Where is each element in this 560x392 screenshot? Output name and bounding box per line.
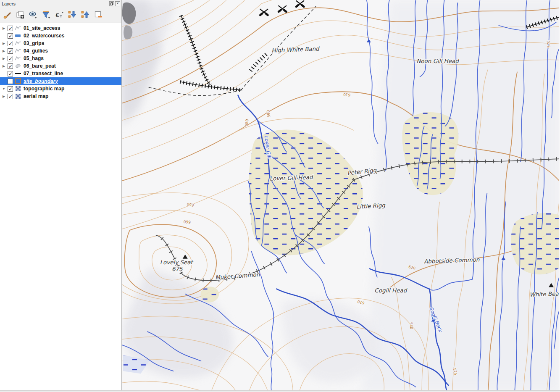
expander-icon[interactable]: ▼	[1, 87, 7, 91]
layer-label[interactable]: site_boundary	[24, 78, 60, 84]
expression-button[interactable]: ε	[54, 9, 65, 20]
place-name-label: Lovely Seat	[160, 259, 194, 266]
float-panel-button[interactable]	[109, 1, 114, 6]
contour-elevation-label: 570	[546, 40, 551, 48]
layer-visibility-checkbox[interactable]	[8, 86, 13, 92]
place-name-label: 675	[172, 266, 183, 272]
layer-visibility-checkbox[interactable]	[8, 48, 13, 54]
map-canvas[interactable]: 590580610650660570610620540575Lover Gill…	[122, 0, 560, 392]
polygon-symbol-icon	[15, 63, 21, 69]
layer-label[interactable]: 03_grips	[24, 40, 47, 46]
layer-item-03-grips[interactable]: ▶ 03_grips	[0, 39, 121, 47]
layer-visibility-checkbox[interactable]	[8, 71, 13, 76]
collapse-button[interactable]	[80, 9, 91, 20]
remove-icon	[94, 10, 103, 19]
filter-icon	[42, 10, 51, 19]
place-name-label: High White Band	[271, 45, 320, 54]
layer-visibility-checkbox[interactable]	[8, 79, 13, 84]
expander-icon[interactable]: ▶	[1, 42, 7, 45]
remove-button[interactable]	[93, 9, 104, 20]
add-group-icon	[16, 10, 25, 19]
layer-visibility-checkbox[interactable]	[8, 26, 13, 31]
layer-visibility-checkbox[interactable]	[8, 33, 13, 39]
boundary-symbol-icon	[15, 78, 21, 84]
styling-button[interactable]	[2, 9, 13, 20]
trig-point-icon	[183, 255, 188, 259]
place-name-label: Cogill Head	[374, 287, 407, 294]
layer-label[interactable]: 01_site_access	[24, 25, 63, 31]
styling-icon	[3, 10, 12, 19]
flow-arrow-icon	[367, 39, 371, 42]
layer-item-site-boundary[interactable]: site_boundary	[0, 77, 121, 85]
expander-icon[interactable]: ▶	[1, 49, 7, 53]
layer-label[interactable]: aerial map	[24, 93, 51, 99]
layer-item-01-site-access[interactable]: ▶ 01_site_access	[0, 24, 121, 32]
window-bottom-edge	[0, 390, 560, 392]
mine-icon	[279, 6, 286, 12]
transect-symbol-icon	[15, 70, 21, 77]
topographic-map[interactable]: 590580610650660570610620540575Lover Gill…	[122, 0, 559, 392]
close-panel-button[interactable]: ×	[115, 1, 120, 6]
place-name-label: Noon Gill Head	[416, 58, 459, 64]
line-symbol-icon	[15, 47, 21, 54]
layers-panel-toolbar: ε	[0, 7, 121, 23]
place-name-label: White Beaco	[529, 290, 559, 298]
mine-icon	[260, 9, 268, 15]
layers-panel: Layers × ε ▶ 01_site_access 02_watercour…	[0, 0, 122, 392]
line-symbol-icon	[15, 40, 21, 47]
contour-elevation-label: 650	[187, 202, 195, 207]
expand-button[interactable]	[67, 9, 78, 20]
layer-visibility-checkbox[interactable]	[8, 41, 13, 46]
layer-item-07-transect-line[interactable]: 07_transect_line	[0, 70, 121, 77]
raster-symbol-icon	[15, 85, 21, 92]
line-symbol-icon	[15, 55, 21, 62]
layer-item-topographic-map[interactable]: ▼ topographic map	[0, 85, 121, 92]
layers-panel-titlebar[interactable]: Layers ×	[0, 0, 121, 7]
layer-label[interactable]: 05_hags	[24, 55, 46, 61]
layer-label[interactable]: topographic map	[24, 86, 67, 92]
collapse-icon	[81, 10, 90, 19]
contour-elevation-label: 540	[409, 322, 413, 329]
raster-symbol-icon	[15, 93, 21, 100]
contour-elevation-label: 610	[343, 92, 350, 97]
contour-elevation-label: 580	[245, 119, 249, 126]
contour-elevation-label: 590	[266, 110, 271, 118]
layer-visibility-checkbox[interactable]	[8, 56, 13, 61]
layer-label[interactable]: 06_bare_peat	[24, 63, 58, 69]
expander-icon[interactable]: ▶	[1, 64, 7, 68]
layer-item-04-gullies[interactable]: ▶ 04_gullies	[0, 47, 121, 55]
layers-panel-title: Layers	[2, 1, 108, 6]
place-name-label: Muker Common	[215, 271, 260, 281]
contour-elevation-label: 660	[183, 219, 191, 224]
float-icon	[110, 2, 113, 5]
layer-item-05-hags[interactable]: ▶ 05_hags	[0, 55, 121, 62]
layer-item-aerial-map[interactable]: ▶ aerial map	[0, 92, 121, 100]
map-themes-icon	[29, 10, 38, 19]
add-group-button[interactable]	[15, 9, 26, 20]
layer-visibility-checkbox[interactable]	[8, 63, 13, 69]
qgis-window: Layers × ε ▶ 01_site_access 02_watercour…	[0, 0, 560, 392]
layer-label[interactable]: 02_watercourses	[24, 33, 67, 39]
layer-label[interactable]: 04_gullies	[24, 48, 50, 54]
expander-icon[interactable]: ▶	[1, 26, 7, 30]
layer-item-06-bare-peat[interactable]: ▶ 06_bare_peat	[0, 62, 121, 70]
layer-label[interactable]: 07_transect_line	[24, 71, 66, 76]
map-themes-button[interactable]	[28, 9, 39, 20]
watercourse-symbol-icon	[15, 32, 21, 39]
layer-tree[interactable]: ▶ 01_site_access 02_watercourses ▶ 03_gr…	[0, 23, 121, 392]
svg-text:ε: ε	[55, 11, 59, 18]
mine-icon	[296, 1, 304, 7]
contour-elevation-label: 610	[357, 299, 365, 305]
expander-icon[interactable]: ▶	[1, 95, 7, 98]
line-symbol-icon	[15, 25, 21, 32]
expand-icon	[68, 10, 77, 19]
layer-visibility-checkbox[interactable]	[8, 94, 13, 99]
expander-icon[interactable]: ▶	[1, 57, 7, 61]
filter-button[interactable]	[41, 9, 52, 20]
close-icon: ×	[116, 2, 118, 5]
layer-item-02-watercourses[interactable]: 02_watercourses	[0, 32, 121, 39]
expression-icon: ε	[55, 10, 64, 19]
